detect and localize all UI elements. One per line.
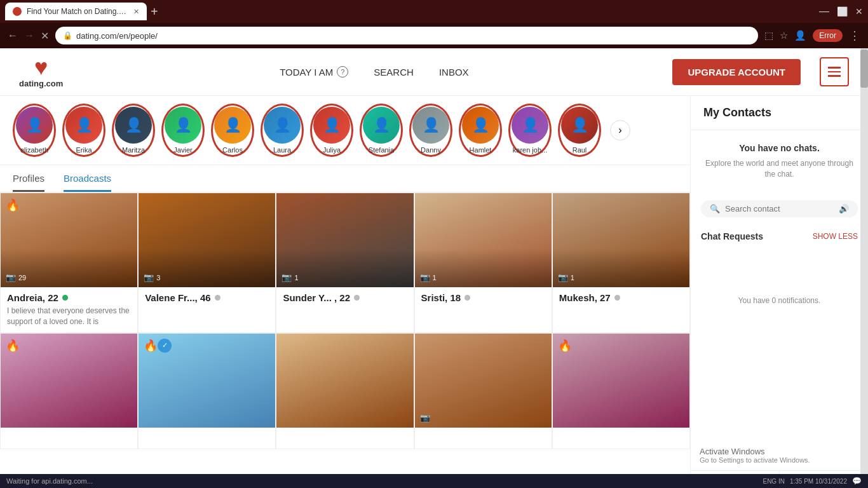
profile-name [421, 433, 545, 444]
profile-card-9[interactable]: 📷 [414, 333, 552, 449]
today-i-am-nav[interactable]: TODAY I AM ? [280, 66, 348, 78]
notifications-icon[interactable]: 💬 [852, 477, 862, 485]
profile-card-8[interactable] [276, 333, 414, 449]
contact-erika[interactable]: 👤 Erika [62, 104, 105, 157]
contact-danny[interactable]: 👤 Danny [409, 104, 452, 157]
camera-icon: 📷 [281, 273, 292, 282]
more-options-icon[interactable]: ⋮ [849, 29, 860, 43]
profile-image: 🔥 ✓ [139, 334, 275, 428]
profile-icon[interactable]: 👤 [794, 30, 806, 41]
search-contact-input[interactable] [725, 204, 834, 214]
tab-profiles[interactable]: Profiles [13, 173, 44, 192]
cast-icon[interactable]: ⬚ [764, 30, 773, 41]
close-button[interactable]: ✕ [855, 6, 863, 17]
inbox-nav[interactable]: INBOX [439, 67, 469, 78]
avatar: 👤 [214, 107, 251, 144]
notifications-area: You have 0 notifications. [691, 248, 868, 315]
profile-tabs: Profiles Broadcasts [0, 165, 690, 193]
contact-name: Stefania [369, 146, 394, 154]
profile-name [559, 433, 683, 444]
profile-info: Andreia, 22 I believe that everyone dese… [1, 287, 137, 332]
site-logo[interactable]: ♥ dating.com [19, 56, 63, 88]
tab-bar: Find Your Match on Dating.com: ✕ + — ⬜ ✕ [0, 0, 868, 23]
minimize-button[interactable]: — [819, 6, 829, 17]
profile-grid-row2: 🔥 🔥 ✓ [0, 333, 690, 449]
profile-image: 🔥 📷 29 [1, 193, 137, 287]
camera-icon: 📷 [144, 273, 154, 282]
profile-card-10[interactable]: 🔥 [552, 333, 690, 449]
contact-elizabeth[interactable]: 👤 elizabeth [13, 104, 56, 157]
photo-number: 1 [571, 274, 574, 281]
contact-name: Raul [573, 146, 587, 154]
profile-name [145, 433, 269, 444]
profile-card-sristi[interactable]: 📷 1 Sristi, 18 [414, 193, 552, 333]
bookmark-icon[interactable]: ☆ [780, 30, 788, 41]
name-text [145, 433, 147, 444]
profile-card-mukesh[interactable]: 📷 1 Mukesh, 27 [552, 193, 690, 333]
page-scrollbar[interactable] [860, 48, 868, 488]
contact-carlos[interactable]: 👤 Carlos [211, 104, 254, 157]
back-button[interactable]: ← [8, 30, 18, 41]
profile-card-6[interactable]: 🔥 [0, 333, 138, 449]
photo-number: 1 [433, 274, 437, 281]
url-input[interactable]: 🔒 dating.com/en/people/ [55, 27, 758, 44]
offline-status-indicator [614, 295, 620, 301]
profile-image: 📷 1 [415, 193, 552, 287]
error-button[interactable]: Error [813, 29, 843, 42]
photo-number: 3 [156, 274, 160, 281]
status-bar: Waiting for api.dating.com... ENG IN 1:3… [0, 474, 868, 488]
scroll-thumb[interactable] [860, 50, 868, 88]
search-nav[interactable]: SEARCH [374, 67, 414, 78]
avatar: 👤 [65, 107, 102, 144]
help-icon[interactable]: ? [337, 66, 348, 78]
new-tab-button[interactable]: + [151, 4, 158, 19]
contact-javier[interactable]: 👤 Javier [161, 104, 205, 157]
fire-icon: 🔥 [144, 339, 158, 353]
contact-name: Laura [273, 146, 291, 154]
profile-info [1, 428, 137, 449]
tab-close-button[interactable]: ✕ [133, 8, 139, 16]
contacts-next-button[interactable]: › [610, 120, 630, 140]
profile-info: Valene Fr..., 46 [139, 287, 275, 308]
forward-button[interactable]: → [24, 30, 34, 41]
profile-card-sunder[interactable]: 📷 1 Sunder Y... , 22 [276, 193, 414, 333]
contact-laura[interactable]: 👤 Laura [261, 104, 304, 157]
no-chats-section: You have no chats. Explore the world and… [691, 130, 868, 193]
name-text: Mukesh, 27 [559, 292, 611, 303]
active-tab[interactable]: Find Your Match on Dating.com: ✕ [5, 3, 147, 20]
profile-image: 🔥 [553, 334, 689, 428]
upgrade-account-button[interactable]: UPGRADE ACCOUNT [672, 59, 801, 85]
search-contact-box[interactable]: 🔍 🔊 [701, 200, 858, 217]
fire-icon: 🔥 [6, 339, 20, 353]
contact-name: Javier [173, 146, 192, 154]
today-i-am-label: TODAY I AM [280, 67, 333, 78]
reload-button[interactable]: ✕ [41, 30, 49, 42]
name-text: Sristi, 18 [421, 292, 461, 303]
profile-info [415, 428, 552, 449]
url-text: dating.com/en/people/ [76, 31, 158, 41]
system-tray: ENG IN 1:35 PM 10/31/2022 💬 [763, 477, 862, 485]
window-controls: — ⬜ ✕ [819, 6, 863, 17]
name-text [559, 433, 562, 444]
menu-button[interactable] [820, 57, 849, 86]
contact-hamlet[interactable]: 👤 Hamlet [459, 104, 502, 157]
contact-stefania[interactable]: 👤 Stefania [360, 104, 403, 157]
profile-card-andreia[interactable]: 🔥 📷 29 Andreia, 22 I believe that everyo… [0, 193, 138, 333]
camera-icon: 📷 [420, 273, 430, 282]
maximize-button[interactable]: ⬜ [837, 6, 848, 17]
tab-broadcasts[interactable]: Broadcasts [64, 173, 111, 192]
contact-karen[interactable]: 👤 karen joh... [508, 104, 552, 157]
inbox-label: INBOX [439, 67, 469, 78]
contact-raul[interactable]: 👤 Raul [558, 104, 601, 157]
show-less-button[interactable]: SHOW LESS [813, 232, 858, 241]
contact-maritza[interactable]: 👤 Maritza [112, 104, 155, 157]
contact-juliya[interactable]: 👤 Juliya [310, 104, 353, 157]
profile-info [276, 428, 413, 449]
profile-card-7[interactable]: 🔥 ✓ [138, 333, 276, 449]
profile-name: Sristi, 18 [421, 292, 545, 303]
profile-image: 📷 [415, 334, 552, 428]
profile-card-valene[interactable]: 📷 3 Valene Fr..., 46 [138, 193, 276, 333]
no-chats-description: Explore the world and meet anyone throug… [703, 158, 855, 180]
language-indicator: ENG IN [763, 478, 784, 485]
name-text: Valene Fr..., 46 [145, 292, 210, 303]
